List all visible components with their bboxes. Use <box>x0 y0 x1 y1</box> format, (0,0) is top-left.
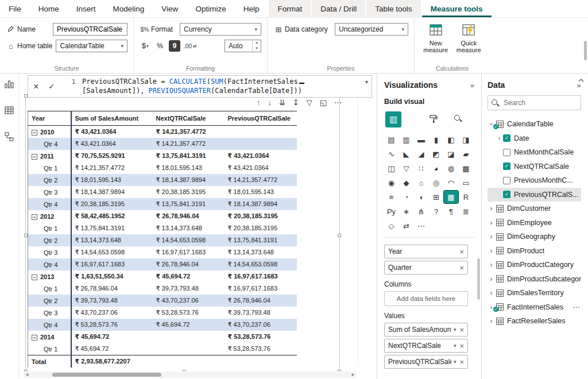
smart-narrative-icon[interactable]: ¶ <box>444 205 458 218</box>
r-script-visual-icon[interactable]: R <box>459 191 473 203</box>
chevron-icon[interactable]: › <box>488 289 495 297</box>
commit-formula-icon[interactable]: ✓ <box>44 82 59 91</box>
home-table-dropdown[interactable]: CalendarTable ▾ <box>56 40 127 52</box>
remove-field-icon[interactable]: × <box>459 326 464 334</box>
formula-code-area[interactable]: PreviousQTRCalSale = CALCULATE(SUM(FactI… <box>82 76 372 97</box>
table-row[interactable]: −2012₹ 58,42,485.1952₹ 26,78,946.04₹ 20,… <box>28 210 297 222</box>
table-item-dimproductcategory[interactable]: ›DimProductCategory <box>488 258 581 272</box>
line-clustered-column-chart-icon[interactable]: ◪ <box>444 148 458 160</box>
field-item-nextqtrcalsale[interactable]: ✓NextQTRCalSale <box>488 160 581 174</box>
scroll-left-icon[interactable]: ◄ <box>24 372 30 377</box>
table-row[interactable]: −2011₹ 70,75,525.9291₹ 13,75,841.3191₹ 4… <box>28 150 297 162</box>
field-checkbox[interactable]: ✓ <box>503 134 510 142</box>
scroll-right-icon[interactable]: ► <box>350 372 357 377</box>
scatter-chart-icon[interactable]: ∷ <box>414 162 428 175</box>
expand-formula-bar-icon[interactable]: ▾ <box>365 79 368 85</box>
decimal-places-spinner[interactable]: Auto ▲▼ <box>225 40 261 52</box>
pill-dropdown-icon[interactable]: ▾ <box>454 343 457 349</box>
table-row[interactable]: Qtr 1₹ 26,78,946.04₹ 39,73,793.48₹ 16,97… <box>28 283 297 295</box>
tab-home[interactable]: Home <box>30 0 68 17</box>
table-view-button[interactable] <box>3 105 15 116</box>
azure-map-icon[interactable]: ◎ <box>429 176 443 189</box>
key-influencers-icon[interactable]: ∗ <box>399 205 413 218</box>
collapse-toggle-icon[interactable]: − <box>32 335 37 341</box>
line-chart-icon[interactable]: ∿ <box>384 148 399 160</box>
collapse-toggle-icon[interactable]: − <box>32 274 37 280</box>
decomposition-tree-icon[interactable]: ⋔ <box>414 205 428 218</box>
expand-all-levels-icon[interactable]: ⇊ <box>279 98 285 107</box>
table-row[interactable]: Qtr 3₹ 43,70,237.06₹ 53,28,573.76₹ 39,73… <box>28 307 297 319</box>
table-row[interactable]: Qtr 4₹ 53,28,573.76₹ 45,694.72₹ 43,70,23… <box>28 319 297 331</box>
clustered-column-chart-icon[interactable]: ▮ <box>429 133 443 146</box>
analytics-tab[interactable] <box>454 115 462 124</box>
field-pill-quarter[interactable]: Quarter× <box>384 261 468 274</box>
table-row[interactable]: Qtr 2₹ 13,14,373.648₹ 14,54,653.0598₹ 13… <box>28 234 297 246</box>
canvas-horizontal-scrollbar[interactable]: ◄ ► <box>24 372 357 378</box>
scrollbar-thumb[interactable] <box>52 373 161 377</box>
format-dropdown[interactable]: Currency ▾ <box>180 23 261 36</box>
tab-insert[interactable]: Insert <box>68 0 105 17</box>
table-row[interactable]: Qtr 1₹ 45,694.72₹ 53,28,573.76 <box>28 343 297 355</box>
stacked-area-chart-icon[interactable]: ◢ <box>414 148 428 160</box>
collapse-pane-icon[interactable]: » <box>470 81 474 90</box>
new-measure-button[interactable]: New measure <box>420 21 451 64</box>
power-apps-icon[interactable]: ◇ <box>384 219 399 232</box>
resize-handle[interactable] <box>24 234 28 237</box>
pill-dropdown-icon[interactable]: ▾ <box>454 359 457 365</box>
donut-chart-icon[interactable]: ◍ <box>444 162 458 175</box>
tab-modeling[interactable]: Modeling <box>105 0 153 17</box>
more-options-icon[interactable]: ⋯ <box>573 303 582 311</box>
shape-map-icon[interactable]: ⌂ <box>414 176 428 189</box>
report-canvas[interactable]: × ✓ 1 PreviousQTRCalSale = CALCULATE(SUM… <box>19 74 377 379</box>
field-item-previousmonthc[interactable]: PreviousMonthC... <box>488 173 581 188</box>
power-automate-icon[interactable]: ⇄ <box>399 219 413 232</box>
field-item-previousqtrcals[interactable]: ✓PreviousQTRCalS... <box>488 188 581 202</box>
report-view-button[interactable] <box>3 78 15 90</box>
table-item-factinternetsales[interactable]: ›✓FactInternetSales⋯ <box>488 300 581 315</box>
percent-format-button[interactable]: % <box>154 40 165 52</box>
field-checkbox[interactable] <box>503 177 510 184</box>
card-icon[interactable]: ▭ <box>459 176 473 189</box>
clustered-bar-chart-icon[interactable]: ▬ <box>414 133 428 146</box>
column-header[interactable]: NextQTRCalSale <box>153 111 225 126</box>
field-item-nextmonthcalsale[interactable]: NextMonthCalSale <box>488 145 581 160</box>
filter-icon[interactable]: ▽ <box>307 98 312 107</box>
chevron-icon[interactable]: › <box>488 247 495 255</box>
currency-symbol-button[interactable]: $ ▾ <box>140 40 151 52</box>
column-header[interactable]: Year <box>28 111 71 126</box>
table-row[interactable]: Qtr 4₹ 16,97,617.1683₹ 26,78,946.04₹ 14,… <box>28 258 297 270</box>
kpi-icon[interactable]: ◔ <box>399 191 413 203</box>
table-item-dimemployee[interactable]: ›DimEmployee <box>488 216 581 230</box>
dax-formula-bar[interactable]: × ✓ 1 PreviousQTRCalSale = CALCULATE(SUM… <box>28 75 372 98</box>
qa-visual-icon[interactable]: ? <box>429 205 443 218</box>
go-to-next-level-icon[interactable]: ↧ <box>293 98 299 107</box>
more-options-icon[interactable]: ⋯ <box>334 98 342 107</box>
column-header[interactable]: Sum of SalesAmount <box>71 111 153 126</box>
table-row[interactable]: Total₹ 2,93,58,677.2207 <box>28 355 297 368</box>
format-visual-tab[interactable] <box>429 114 438 125</box>
chevron-icon[interactable]: › <box>496 134 503 142</box>
table-row[interactable]: Qtr 3₹ 14,54,653.0598₹ 16,97,617.1683₹ 1… <box>28 246 297 258</box>
multi-row-card-icon[interactable]: ≡ <box>384 191 399 203</box>
waterfall-chart-icon[interactable]: ◫ <box>384 162 399 175</box>
field-item-date[interactable]: ›✓Date <box>488 132 581 146</box>
field-pill-year[interactable]: Year× <box>384 245 468 258</box>
ribbon-chart-icon[interactable]: ▰ <box>459 148 473 160</box>
field-pill-previousqtrcalsale[interactable]: PreviousQTRCalSale▾× <box>384 355 468 369</box>
paginated-report-icon[interactable]: ≣ <box>459 205 473 218</box>
data-category-dropdown[interactable]: Uncategorized ▾ <box>335 23 408 36</box>
tab-format[interactable]: Format <box>269 0 311 17</box>
table-item-dimproduct[interactable]: ›DimProduct <box>488 244 581 258</box>
chevron-icon[interactable]: › <box>488 317 495 325</box>
stacked-bar-chart-icon[interactable]: ▤ <box>384 133 399 146</box>
table-row[interactable]: −2014₹ 45,694.72₹ 53,28,573.76 <box>28 331 297 343</box>
remove-field-icon[interactable]: × <box>459 247 464 256</box>
column-header[interactable]: PreviousQTRCalSale <box>225 111 297 126</box>
ribbon-scrollbar-thumb[interactable] <box>584 41 587 60</box>
tab-file[interactable]: File <box>0 0 30 17</box>
more-visuals-icon[interactable]: ⋯ <box>414 219 428 232</box>
funnel-chart-icon[interactable]: ▽ <box>399 162 413 175</box>
collapse-toggle-icon[interactable]: − <box>32 154 37 160</box>
remove-field-icon[interactable]: × <box>459 264 464 272</box>
hundred-stacked-bar-chart-icon[interactable]: ◧ <box>444 133 458 146</box>
